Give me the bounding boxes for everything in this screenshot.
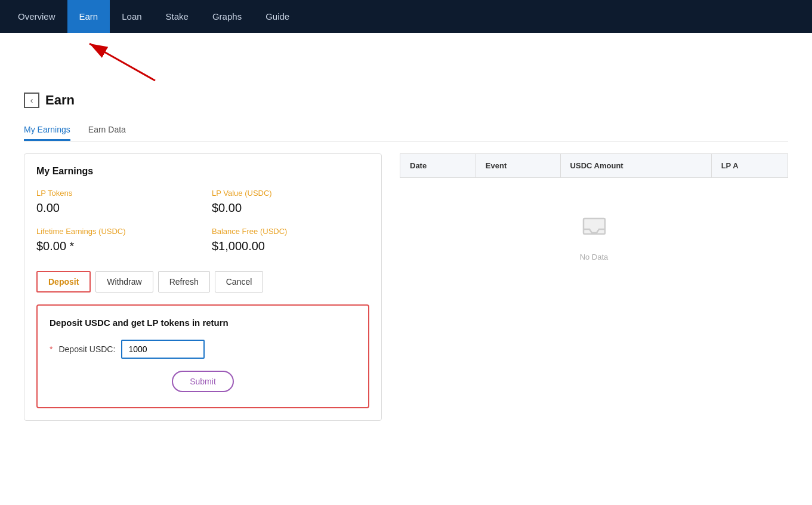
nav-earn[interactable]: Earn xyxy=(67,0,110,33)
balance-free-value: $1,000.00 xyxy=(212,239,369,253)
svg-line-1 xyxy=(89,44,155,81)
lp-tokens-label: LP Tokens xyxy=(36,189,194,198)
right-panel: Date Event USDC Amount LP A xyxy=(400,153,788,297)
refresh-button[interactable]: Refresh xyxy=(158,271,210,292)
deposit-form-title: Deposit USDC and get LP tokens in return xyxy=(50,318,356,328)
deposit-form-box: Deposit USDC and get LP tokens in return… xyxy=(36,304,369,408)
nav-loan[interactable]: Loan xyxy=(110,0,153,33)
tabs-container: My Earnings Earn Data xyxy=(24,120,788,141)
navbar: Overview Earn Loan Stake Graphs Guide xyxy=(0,0,812,33)
deposit-button[interactable]: Deposit xyxy=(36,271,91,292)
card-title: My Earnings xyxy=(36,166,369,177)
balance-free-label: Balance Free (USDC) xyxy=(212,227,369,236)
deposit-input[interactable] xyxy=(121,340,205,359)
required-star: * xyxy=(50,344,53,354)
submit-button[interactable]: Submit xyxy=(172,371,234,392)
nav-stake[interactable]: Stake xyxy=(154,0,200,33)
no-data-icon xyxy=(400,214,788,248)
col-event: Event xyxy=(476,154,560,178)
metric-lifetime-earnings: Lifetime Earnings (USDC) $0.00 * xyxy=(36,227,194,253)
withdraw-button[interactable]: Withdraw xyxy=(95,271,153,292)
no-data-text: No Data xyxy=(400,252,788,261)
cancel-button[interactable]: Cancel xyxy=(215,271,264,292)
page-content: ‹ Earn My Earnings Earn Data My Earnings… xyxy=(0,81,812,433)
lifetime-earnings-value: $0.00 * xyxy=(36,239,194,253)
main-layout: My Earnings LP Tokens 0.00 LP Value (USD… xyxy=(24,153,788,421)
metric-lp-value: LP Value (USDC) $0.00 xyxy=(212,189,369,215)
no-data-cell: No Data xyxy=(400,178,788,298)
nav-overview[interactable]: Overview xyxy=(6,0,67,33)
col-lp-a: LP A xyxy=(711,154,788,178)
form-row: * Deposit USDC: xyxy=(50,340,356,359)
earnings-card: My Earnings LP Tokens 0.00 LP Value (USD… xyxy=(24,153,382,421)
page-title-row: ‹ Earn xyxy=(24,93,788,108)
page-title: Earn xyxy=(45,93,75,108)
lp-tokens-value: 0.00 xyxy=(36,201,194,215)
lifetime-earnings-label: Lifetime Earnings (USDC) xyxy=(36,227,194,236)
annotation-arrow xyxy=(0,33,179,87)
left-panel: My Earnings LP Tokens 0.00 LP Value (USD… xyxy=(24,153,382,421)
back-icon[interactable]: ‹ xyxy=(24,93,39,108)
annotation-arrow-area xyxy=(0,33,812,81)
data-table: Date Event USDC Amount LP A xyxy=(400,153,788,297)
metrics-grid: LP Tokens 0.00 LP Value (USDC) $0.00 Lif… xyxy=(36,189,369,253)
deposit-label: Deposit USDC: xyxy=(58,344,115,354)
col-usdc-amount: USDC Amount xyxy=(560,154,711,178)
lp-value-label: LP Value (USDC) xyxy=(212,189,369,198)
nav-graphs[interactable]: Graphs xyxy=(200,0,254,33)
tab-my-earnings[interactable]: My Earnings xyxy=(24,120,70,141)
tab-earn-data[interactable]: Earn Data xyxy=(88,120,126,141)
nav-guide[interactable]: Guide xyxy=(254,0,301,33)
action-buttons: Deposit Withdraw Refresh Cancel xyxy=(36,271,369,292)
col-date: Date xyxy=(400,154,476,178)
lp-value-value: $0.00 xyxy=(212,201,369,215)
metric-lp-tokens: LP Tokens 0.00 xyxy=(36,189,194,215)
svg-rect-2 xyxy=(583,218,605,234)
metric-balance-free: Balance Free (USDC) $1,000.00 xyxy=(212,227,369,253)
